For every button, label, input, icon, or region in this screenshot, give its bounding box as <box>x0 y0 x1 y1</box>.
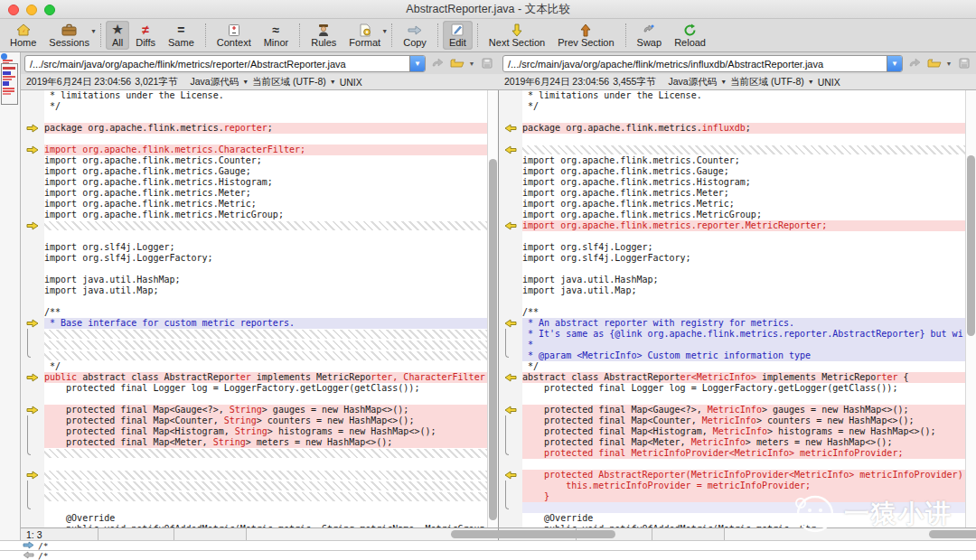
left-horizontal-scrollbar[interactable] <box>247 528 498 540</box>
diff-gutter <box>21 470 44 481</box>
right-file-encoding[interactable]: 当前区域 (UTF-8) <box>730 76 804 89</box>
toolbar-button-label: Diffs <box>136 37 155 48</box>
diff-gutter <box>499 405 522 415</box>
right-path-combo[interactable]: /.../src/main/java/org/apache/flink/metr… <box>502 55 903 72</box>
right-file-path[interactable]: /.../src/main/java/org/apache/flink/metr… <box>503 56 887 71</box>
code-line: protected final Map<Meter, MetricInfo> m… <box>522 437 965 448</box>
left-scrollbar-thumb[interactable] <box>489 159 497 520</box>
toolbar-button-prev-section[interactable]: Prev Section <box>551 21 620 50</box>
diff-gutter <box>499 491 522 502</box>
left-encoding-dropdown-icon[interactable]: ▼ <box>330 79 336 85</box>
code-line-row: * <box>499 340 965 350</box>
code-line-row: protected final Logger log = LoggerFacto… <box>21 383 487 394</box>
right-jump-icon[interactable] <box>906 55 923 71</box>
right-open-folder-icon[interactable] <box>925 55 943 71</box>
diff-gutter <box>21 231 44 242</box>
toolbar-button-copy[interactable]: Copy <box>397 21 433 50</box>
left-open-folder-icon[interactable] <box>448 55 465 71</box>
diff-gutter <box>21 448 44 459</box>
code-line-row <box>499 394 965 405</box>
right-path-dropdown-icon[interactable]: ▼ <box>887 56 902 71</box>
code-line: protected final Map<Counter, MetricInfo>… <box>522 415 965 426</box>
right-arrow-icon[interactable] <box>23 541 34 551</box>
minimize-window-button[interactable] <box>26 5 37 15</box>
toolbar-button-reload[interactable]: Reload <box>668 21 712 50</box>
toolbar-button-swap[interactable]: Swap <box>631 21 669 50</box>
right-encoding-dropdown-icon[interactable]: ▼ <box>808 79 814 85</box>
rules-icon <box>317 23 330 37</box>
left-folder-dropdown-icon[interactable]: ▼ <box>468 55 475 71</box>
left-code-editor[interactable]: * limitations under the License. */packa… <box>21 90 487 527</box>
toolbar-button-context[interactable]: Context <box>211 21 258 50</box>
zoom-window-button[interactable] <box>44 5 55 15</box>
code-line-row: import org.slf4j.LoggerFactory; <box>21 253 487 264</box>
left-path-combo[interactable]: /.../src/main/java/org/apache/flink/metr… <box>24 55 426 72</box>
chevron-down-icon[interactable]: ▼ <box>381 28 388 34</box>
right-file-type-dropdown-icon[interactable]: ▼ <box>720 79 727 85</box>
toolbar-button-label: Home <box>10 37 36 48</box>
toolbar-button-format[interactable]: Format▼ <box>343 21 387 50</box>
code-line <box>522 502 965 513</box>
code-line <box>44 459 487 470</box>
code-line-row: import org.apache.flink.metrics.reporter… <box>499 220 965 231</box>
code-line: abstract class AbstractReporter<MetricIn… <box>522 372 965 383</box>
chevron-down-icon[interactable]: ▼ <box>90 28 97 34</box>
toolbar-button-rules[interactable]: Rules <box>305 21 343 50</box>
code-line-row: public void notifyOfAddedMetric(Metric m… <box>499 524 965 527</box>
right-code-editor[interactable]: * limitations under the License. */packa… <box>499 90 965 527</box>
right-save-icon[interactable] <box>955 55 972 71</box>
left-save-icon[interactable] <box>478 55 495 71</box>
right-folder-dropdown-icon[interactable]: ▼ <box>945 55 953 71</box>
code-line: * Base interface for custom metric repor… <box>44 318 487 329</box>
left-file-info: 2019年6月24日 23:04:56 3,021字节 Java源代码▼ 当前区… <box>21 74 499 89</box>
diff-gutter <box>499 383 522 394</box>
code-line-row <box>499 231 965 242</box>
code-line <box>522 112 965 123</box>
code-line: /** <box>44 307 487 318</box>
toolbar-button-label: Same <box>168 37 194 48</box>
code-line-row <box>499 296 965 307</box>
code-line: package org.apache.flink.metrics.reporte… <box>44 123 487 134</box>
code-line-row: * It's same as {@link org.apache.flink.m… <box>499 329 965 340</box>
watermark-underline <box>797 542 971 544</box>
code-line-row <box>21 481 487 491</box>
code-line: protected final Map<Histogram, MetricInf… <box>522 426 965 437</box>
diff-gutter <box>499 502 522 513</box>
left-file-type-dropdown-icon[interactable]: ▼ <box>242 79 249 85</box>
left-path-dropdown-icon[interactable]: ▼ <box>409 56 425 71</box>
toolbar-button-edit[interactable]: Edit <box>443 21 473 50</box>
left-file-encoding[interactable]: 当前区域 (UTF-8) <box>252 76 326 89</box>
code-line-row: protected final Map<Gauge<?>, MetricInfo… <box>499 405 965 415</box>
right-vertical-scrollbar[interactable] <box>965 90 976 527</box>
code-line: import org.apache.flink.metrics.Gauge; <box>44 166 487 177</box>
close-window-button[interactable] <box>8 5 19 15</box>
toolbar-button-minor[interactable]: ≈Minor <box>258 21 296 50</box>
diff-minimap[interactable] <box>0 52 21 540</box>
right-scrollbar-thumb[interactable] <box>967 155 975 336</box>
minimap-viewport[interactable] <box>1 63 18 105</box>
missing-lines-hatch <box>44 449 487 458</box>
toolbar-button-same[interactable]: =Same <box>162 21 201 50</box>
left-arrow-icon[interactable] <box>23 551 34 560</box>
code-line-row: public abstract class AbstractReporter i… <box>21 372 487 383</box>
left-hscrollbar-thumb[interactable] <box>451 530 615 538</box>
toolbar-button-all[interactable]: ★All <box>106 21 129 50</box>
toolbar-button-home[interactable]: Home <box>4 21 42 50</box>
code-line-row: import java.util.Map; <box>21 285 487 296</box>
right-file-type[interactable]: Java源代码 <box>668 76 717 89</box>
toolbar-button-sessions[interactable]: Sessions▼ <box>42 21 96 50</box>
right-hscrollbar-thumb[interactable] <box>929 530 976 538</box>
left-file-path[interactable]: /.../src/main/java/org/apache/flink/metr… <box>25 56 409 71</box>
left-file-type[interactable]: Java源代码 <box>190 76 239 89</box>
left-vertical-scrollbar[interactable] <box>487 90 498 527</box>
code-line: import org.apache.flink.metrics.Counter; <box>44 155 487 166</box>
format-icon <box>359 23 371 37</box>
left-jump-icon[interactable] <box>428 55 446 71</box>
diff-section-bracket <box>27 481 31 491</box>
right-horizontal-scrollbar[interactable] <box>725 528 976 540</box>
toolbar-button-diffs[interactable]: ≠Diffs <box>129 21 162 50</box>
diff-gutter <box>21 123 44 134</box>
code-line: import org.apache.flink.metrics.Metric; <box>522 199 965 210</box>
toolbar-button-next-section[interactable]: Next Section <box>483 21 551 50</box>
left-preview-text: /* <box>38 541 48 551</box>
